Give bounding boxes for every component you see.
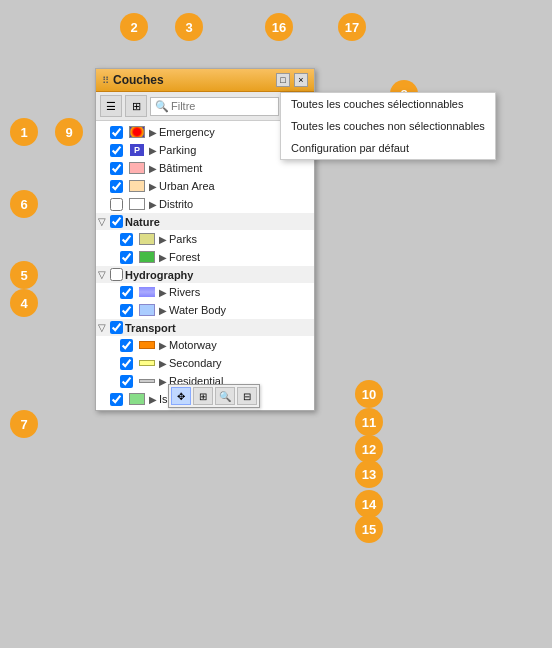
mini-grid-button[interactable]: ⊟ [237, 387, 257, 405]
mini-table-icon: ⊞ [199, 391, 207, 402]
dropdown-item-default-config[interactable]: Configuration par défaut [281, 137, 495, 159]
layer-arrow-motorway: ▶ [159, 340, 167, 351]
dropdown-menu: Toutes les couches sélectionnables Toute… [280, 92, 496, 160]
layer-row-secondary[interactable]: ▶ Secondary [116, 354, 314, 372]
badge-12: 12 [355, 435, 383, 463]
group-checkbox-hydro[interactable] [110, 268, 123, 281]
layer-checkbox-parking[interactable] [110, 144, 123, 157]
layer-arrow-parking: ▶ [149, 145, 157, 156]
layer-checkbox-forest[interactable] [120, 251, 133, 264]
hydro-collapse-icon[interactable]: ▽ [98, 269, 106, 280]
layer-swatch-secondary [137, 356, 157, 370]
table-view-button[interactable]: ⊞ [125, 95, 147, 117]
layer-label-urban: Urban Area [159, 180, 215, 192]
layer-checkbox-islands[interactable] [110, 393, 123, 406]
dropdown-item-all-nonselectable[interactable]: Toutes les couches non sélectionnables [281, 115, 495, 137]
layer-label-distrito: Distrito [159, 198, 193, 210]
layer-swatch-residential [137, 374, 157, 388]
layer-label-parks: Parks [169, 233, 197, 245]
mini-search-button[interactable]: 🔍 [215, 387, 235, 405]
mini-grid-icon: ⊟ [243, 391, 251, 402]
panel-drag-icon: ⠿ [102, 75, 109, 86]
mini-toolbar: ✥ ⊞ 🔍 ⊟ [168, 384, 260, 408]
move-icon: ✥ [177, 391, 185, 402]
layer-arrow-urban: ▶ [149, 181, 157, 192]
group-row-nature[interactable]: ▽ Nature [96, 213, 314, 230]
group-label-nature: Nature [125, 216, 160, 228]
layer-swatch-urban [127, 179, 147, 193]
badge-14: 14 [355, 490, 383, 518]
layer-swatch-parking: P [127, 143, 147, 157]
layer-row-forest[interactable]: ▶ Forest [116, 248, 314, 266]
group-checkbox-transport[interactable] [110, 321, 123, 334]
layer-label-motorway: Motorway [169, 339, 217, 351]
layer-row-motorway[interactable]: ▶ Motorway [116, 336, 314, 354]
layer-arrow-islands: ▶ [149, 394, 157, 405]
badge-3: 3 [175, 13, 203, 41]
panel-titlebar: ⠿ Couches □ × [96, 69, 314, 92]
layer-checkbox-residential[interactable] [120, 375, 133, 388]
layer-row-rivers[interactable]: ▶ Rivers [116, 283, 314, 301]
layer-swatch-islands [127, 392, 147, 406]
group-row-transport[interactable]: ▽ Transport [96, 319, 314, 336]
transport-collapse-icon[interactable]: ▽ [98, 322, 106, 333]
search-input[interactable] [171, 100, 274, 112]
badge-6: 6 [10, 190, 38, 218]
layer-row-urban[interactable]: ▶ Urban Area [106, 177, 314, 195]
layer-checkbox-urban[interactable] [110, 180, 123, 193]
layer-row-waterbody[interactable]: ▶ Water Body [116, 301, 314, 319]
layer-arrow-waterbody: ▶ [159, 305, 167, 316]
layer-row-parks[interactable]: ▶ Parks [116, 230, 314, 248]
group-checkbox-nature[interactable] [110, 215, 123, 228]
badge-2: 2 [120, 13, 148, 41]
mini-move-button[interactable]: ✥ [171, 387, 191, 405]
close-button[interactable]: × [294, 73, 308, 87]
layer-label-forest: Forest [169, 251, 200, 263]
layer-arrow-residential: ▶ [159, 376, 167, 387]
layer-row-batiment[interactable]: ▶ Bâtiment [106, 159, 314, 177]
layer-checkbox-motorway[interactable] [120, 339, 133, 352]
layer-swatch-rivers [137, 285, 157, 299]
layer-arrow-secondary: ▶ [159, 358, 167, 369]
layer-label-batiment: Bâtiment [159, 162, 202, 174]
layer-arrow-forest: ▶ [159, 252, 167, 263]
badge-17: 17 [338, 13, 366, 41]
search-box: 🔍 [150, 97, 279, 116]
panel-title-buttons: □ × [276, 73, 308, 87]
badge-10: 10 [355, 380, 383, 408]
layer-checkbox-waterbody[interactable] [120, 304, 133, 317]
layer-checkbox-emergency[interactable] [110, 126, 123, 139]
layer-arrow-batiment: ▶ [149, 163, 157, 174]
layer-checkbox-secondary[interactable] [120, 357, 133, 370]
badge-7: 7 [10, 410, 38, 438]
search-icon: 🔍 [155, 100, 169, 113]
layer-checkbox-rivers[interactable] [120, 286, 133, 299]
layer-list: ▶ Emergency P ▶ Parking ▶ Bâtiment ▶ Urb… [96, 121, 314, 410]
layer-swatch-distrito [127, 197, 147, 211]
layer-label-parking: Parking [159, 144, 196, 156]
mini-table-button[interactable]: ⊞ [193, 387, 213, 405]
maximize-button[interactable]: □ [276, 73, 290, 87]
layer-swatch-waterbody [137, 303, 157, 317]
mini-search-icon: 🔍 [219, 391, 231, 402]
list-view-button[interactable]: ☰ [100, 95, 122, 117]
layer-checkbox-parks[interactable] [120, 233, 133, 246]
group-label-hydro: Hydrography [125, 269, 193, 281]
badge-11: 11 [355, 408, 383, 436]
badge-13: 13 [355, 460, 383, 488]
layer-arrow-parks: ▶ [159, 234, 167, 245]
layer-label-rivers: Rivers [169, 286, 200, 298]
layer-row-distrito[interactable]: ▶ Distrito [106, 195, 314, 213]
group-row-hydro[interactable]: ▽ Hydrography [96, 266, 314, 283]
layer-swatch-parks [137, 232, 157, 246]
layer-checkbox-batiment[interactable] [110, 162, 123, 175]
nature-collapse-icon[interactable]: ▽ [98, 216, 106, 227]
layer-arrow-emergency: ▶ [149, 127, 157, 138]
layer-label-emergency: Emergency [159, 126, 215, 138]
layer-checkbox-distrito[interactable] [110, 198, 123, 211]
layer-arrow-rivers: ▶ [159, 287, 167, 298]
panel-title: Couches [113, 73, 164, 87]
dropdown-item-all-selectable[interactable]: Toutes les couches sélectionnables [281, 93, 495, 115]
badge-15: 15 [355, 515, 383, 543]
layer-swatch-motorway [137, 338, 157, 352]
